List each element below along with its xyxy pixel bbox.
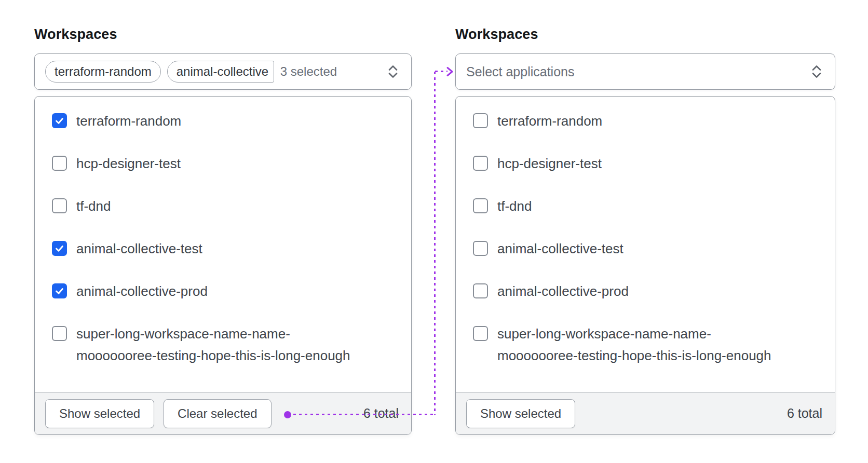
option-row[interactable]: animal-collective-test (52, 238, 399, 260)
options-list: terraform-random hcp-designer-test tf-dn… (35, 97, 411, 366)
multiselect-trigger[interactable]: terraform-random animal-collective 3 sel… (34, 53, 412, 90)
option-label: animal-collective-test (497, 238, 623, 260)
checkbox[interactable] (473, 283, 488, 298)
option-row[interactable]: hcp-designer-test (473, 153, 822, 174)
checkbox[interactable] (52, 241, 67, 256)
option-row[interactable]: terraform-random (52, 110, 399, 132)
chevron-up-down-icon (386, 64, 400, 79)
check-icon (53, 242, 65, 254)
option-label: hcp-designer-test (76, 153, 181, 174)
field-label: Workspaces (455, 26, 835, 43)
checkbox[interactable] (473, 326, 488, 341)
option-row[interactable]: tf-dnd (52, 195, 399, 217)
checkbox[interactable] (52, 198, 67, 213)
listbox-footer: Show selected 6 total (456, 392, 835, 434)
option-row[interactable]: hcp-designer-test (52, 153, 399, 174)
option-row[interactable]: super-long-workspace-name-name-moooooore… (473, 323, 822, 366)
checkbox[interactable] (52, 113, 67, 128)
listbox-footer: Show selected Clear selected 6 total (35, 392, 411, 434)
option-row[interactable]: animal-collective-test (473, 238, 822, 260)
option-label: animal-collective-prod (76, 280, 208, 302)
option-row[interactable]: tf-dnd (473, 195, 822, 217)
check-icon (53, 285, 65, 297)
checkbox[interactable] (473, 198, 488, 213)
check-icon (53, 115, 65, 127)
connector-arrowhead-icon (445, 66, 454, 77)
option-row[interactable]: super-long-workspace-name-name-moooooore… (52, 323, 399, 366)
option-label: tf-dnd (76, 195, 111, 217)
clear-selected-button[interactable]: Clear selected (164, 399, 271, 428)
checkbox[interactable] (473, 241, 488, 256)
show-selected-button[interactable]: Show selected (45, 399, 154, 428)
option-label: tf-dnd (497, 195, 532, 217)
selected-chip: terraform-random (45, 61, 161, 83)
option-row[interactable]: animal-collective-prod (473, 280, 822, 302)
option-row[interactable]: animal-collective-prod (52, 280, 399, 302)
total-count: 6 total (787, 406, 822, 421)
checkbox[interactable] (473, 113, 488, 128)
options-listbox: terraform-random hcp-designer-test tf-dn… (455, 96, 835, 435)
checkbox[interactable] (52, 326, 67, 341)
option-label: terraform-random (497, 110, 602, 132)
trigger-placeholder: Select applications (466, 64, 574, 79)
multiselect-trigger[interactable]: Select applications (455, 53, 835, 90)
selected-count: 3 selected (280, 64, 337, 79)
field-label: Workspaces (34, 26, 412, 43)
option-label: super-long-workspace-name-name-moooooore… (76, 323, 367, 366)
options-list: terraform-random hcp-designer-test tf-dn… (456, 97, 835, 366)
selected-chip-truncated: animal-collective (167, 61, 274, 83)
chevron-up-down-icon (810, 64, 823, 79)
option-label: animal-collective-test (76, 238, 202, 260)
option-label: hcp-designer-test (497, 153, 602, 174)
options-listbox: terraform-random hcp-designer-test tf-dn… (34, 96, 412, 435)
connector-line-vertical (434, 72, 436, 415)
option-label: terraform-random (76, 110, 181, 132)
checkbox[interactable] (473, 156, 488, 171)
checkbox[interactable] (52, 156, 67, 171)
option-row[interactable]: terraform-random (473, 110, 822, 132)
workspaces-multiselect-right: Workspaces Select applications terraform… (455, 26, 835, 435)
checkbox[interactable] (52, 283, 67, 298)
show-selected-button[interactable]: Show selected (466, 399, 575, 428)
option-label: super-long-workspace-name-name-moooooore… (497, 323, 788, 366)
workspaces-multiselect-left: Workspaces terraform-random animal-colle… (34, 26, 412, 435)
option-label: animal-collective-prod (497, 280, 629, 302)
connector-line-bottom (288, 414, 435, 415)
